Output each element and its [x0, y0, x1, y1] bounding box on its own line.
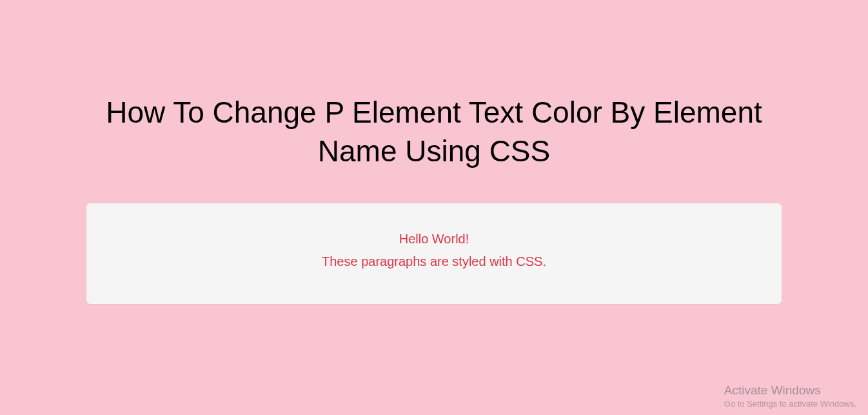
main-container: How To Change P Element Text Color By El…: [0, 0, 868, 304]
paragraph-styled: These paragraphs are styled with CSS.: [99, 254, 769, 269]
watermark-subtitle: Go to Settings to activate Windows.: [724, 399, 856, 409]
windows-activation-watermark: Activate Windows Go to Settings to activ…: [724, 383, 856, 409]
page-heading: How To Change P Element Text Color By El…: [79, 94, 789, 171]
watermark-title: Activate Windows: [724, 383, 856, 398]
example-panel: Hello World! These paragraphs are styled…: [86, 203, 782, 304]
paragraph-hello: Hello World!: [99, 232, 769, 247]
